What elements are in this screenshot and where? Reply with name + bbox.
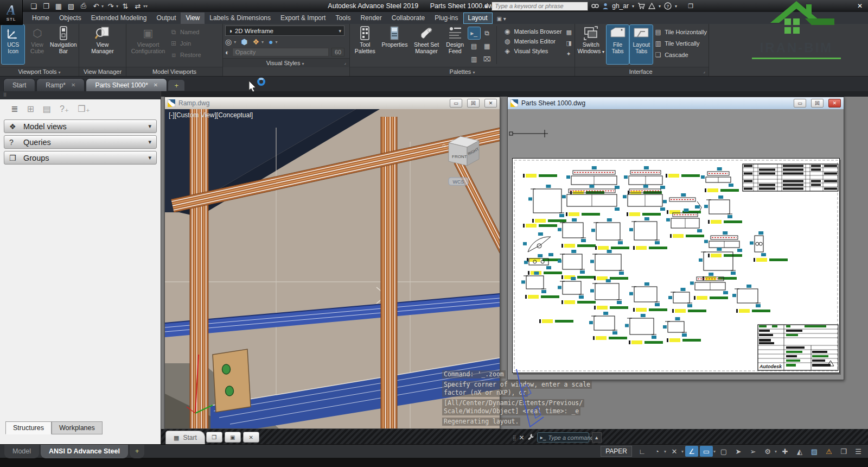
file-tab-ramp-[interactable]: Ramp*✕ xyxy=(36,78,85,91)
layer-translator-icon[interactable]: ▤ xyxy=(468,40,480,52)
object-snap-icon[interactable]: ✕ xyxy=(668,446,681,457)
design-feed-button[interactable]: Design Feed xyxy=(443,25,467,64)
annotation-scale-icon[interactable]: ➢ xyxy=(746,446,760,457)
redo-icon-dropdown[interactable]: ▾ xyxy=(116,4,118,9)
search-toggle-icon[interactable]: ▸ xyxy=(485,2,488,10)
restore-viewports-button[interactable]: ⧈Restore xyxy=(169,50,201,60)
ramp-layout-tab-start[interactable]: ▦ Start xyxy=(165,431,205,444)
parts-sheet-viewport[interactable]: Autodesk xyxy=(508,109,844,380)
ribbon-tab-labels-dimensions[interactable]: Labels & Dimensions xyxy=(205,12,276,24)
view-cube[interactable]: ⌂ FRONT RIGHT WCS xyxy=(439,135,488,190)
visual-style-select[interactable]: ◑ 2D Wireframe ▾ xyxy=(225,26,344,36)
file-tabs-button[interactable]: File Tabs xyxy=(607,25,629,64)
visual-styles-palette-button[interactable]: ◈ Visual Styles xyxy=(503,47,562,55)
add-query-icon[interactable]: ?₊ xyxy=(60,104,69,114)
new-file-icon[interactable]: ❏ xyxy=(28,1,39,11)
object-snap-icon-dropdown[interactable]: ▾ xyxy=(681,449,684,454)
dynamic-input-icon-dropdown[interactable]: ▾ xyxy=(713,449,716,454)
sidebar-section-queries[interactable]: ?Queries▾ xyxy=(4,135,157,149)
undo-icon[interactable]: ↶ xyxy=(91,1,101,11)
panel-label-viewport-tools[interactable]: Viewport Tools ▾ xyxy=(0,67,79,76)
tile-horizontally-button[interactable]: ▤Tile Horizontally xyxy=(654,27,707,37)
sidebar-section-model-views[interactable]: ❖Model views▾ xyxy=(4,119,157,133)
open-file-icon[interactable]: ❐ xyxy=(41,1,52,11)
markup-icon[interactable]: ▥ xyxy=(468,53,480,65)
help-icon[interactable]: ? xyxy=(664,2,672,10)
materials-browser-button[interactable]: ◉ Materials Browser xyxy=(503,28,562,35)
ramp-restore-button[interactable]: 回 xyxy=(467,99,480,108)
sticky-panel-icon[interactable]: ⧉ xyxy=(481,27,493,39)
ribbon-display-toggle[interactable]: ▣ ▾ xyxy=(497,16,506,24)
parts-sheet-paper[interactable]: Autodesk xyxy=(512,158,840,373)
quick-calc-icon[interactable]: ▦ xyxy=(481,40,493,52)
customization-icon[interactable]: ☰ xyxy=(852,446,865,457)
ribbon-tab-home[interactable]: Home xyxy=(27,12,54,24)
a360-icon[interactable] xyxy=(648,3,655,9)
qat-customize-dropdown[interactable]: ▾ xyxy=(145,4,148,9)
viewport-configuration-button[interactable]: ▣ Viewport Configuration xyxy=(128,25,168,64)
render-environment-icon[interactable]: ◨ xyxy=(566,40,572,47)
user-dropdown-icon[interactable]: ▾ xyxy=(632,4,634,9)
selection-cycling-icon[interactable]: ▢ xyxy=(717,446,730,457)
mdi-restore-button[interactable]: ❐ xyxy=(206,432,222,443)
add-group-icon[interactable]: ❒₊ xyxy=(78,104,90,114)
materials-editor-button[interactable]: ◍ Materials Editor xyxy=(503,37,562,45)
opacity-slider[interactable]: Opacity xyxy=(232,48,329,56)
view-manager-button[interactable]: View Manager xyxy=(85,25,120,64)
layer-states-icon[interactable]: ⇅ xyxy=(120,1,131,11)
panel-label-model-viewports[interactable]: Model Viewports xyxy=(126,67,222,76)
sphere-style-icon[interactable]: ● xyxy=(269,37,273,46)
transfer-icon[interactable]: ⇄ xyxy=(132,1,143,11)
join-viewports-button[interactable]: ⊞Join xyxy=(169,39,201,48)
parts-close-button[interactable]: ✕ xyxy=(828,99,841,108)
sidebar-tab-structures[interactable]: Structures xyxy=(5,421,52,434)
close-window-icon[interactable]: ✕ xyxy=(857,2,863,10)
layers-icon[interactable]: ▤ xyxy=(43,104,51,114)
section-collapse-icon[interactable]: ▾ xyxy=(148,154,151,161)
parts-window-titlebar[interactable]: Parts Sheet 1000.dwg ▭ 回 ✕ xyxy=(508,97,844,109)
performance-warning-icon[interactable]: ⚠ xyxy=(822,446,835,457)
cascade-button[interactable]: ❏Cascade xyxy=(654,50,707,60)
section-collapse-icon[interactable]: ▾ xyxy=(148,123,151,130)
sheet-set-manager-button[interactable]: Sheet Set Manager xyxy=(411,25,442,64)
plot-icon[interactable]: ⎙ xyxy=(78,1,89,11)
add-layout-button[interactable]: + xyxy=(130,445,144,458)
view-cube-button[interactable]: ⬡ View Cube xyxy=(25,25,48,64)
undo-icon-dropdown[interactable]: ▾ xyxy=(101,4,104,9)
mdi-close-button[interactable]: ✕ xyxy=(243,432,259,443)
panel-label-visual-styles[interactable]: Visual Styles ▾ ⌟ xyxy=(223,58,349,67)
shaded-cube-icon[interactable]: ⬢ xyxy=(241,37,247,46)
layout-tabs-button[interactable]: Layout Tabs xyxy=(630,25,653,64)
color-faces-icon[interactable]: ❖ xyxy=(252,37,259,46)
help-dropdown-icon[interactable]: ▾ xyxy=(675,4,677,9)
ramp-close-button[interactable]: ✕ xyxy=(484,99,497,108)
panel-label-interface[interactable]: Interface ⌟ xyxy=(575,67,709,76)
ribbon-tab-export-import[interactable]: Export & Import xyxy=(276,12,330,24)
tool-palettes-button[interactable]: Tool Palettes xyxy=(352,25,379,64)
polar-tracking-icon[interactable]: ◔ xyxy=(650,446,663,457)
paper-space-button[interactable]: PAPER xyxy=(601,446,632,457)
viewcube-home-icon[interactable]: ⌂ xyxy=(442,142,446,148)
file-tab-parts-sheet-1000-[interactable]: Parts Sheet 1000*✕ xyxy=(86,78,167,91)
search-icon[interactable] xyxy=(591,3,599,9)
ribbon-tab-render[interactable]: Render xyxy=(355,12,386,24)
parts-restore-button[interactable]: 回 xyxy=(811,99,824,108)
ribbon-tab-collaborate[interactable]: Collaborate xyxy=(387,12,430,24)
settings-gear-icon[interactable]: ⚙ xyxy=(761,446,774,457)
ribbon-tab-output[interactable]: Output xyxy=(151,12,181,24)
ucs-icon-button[interactable]: UCS Icon xyxy=(2,25,24,64)
sun-properties-icon[interactable]: ✦ xyxy=(566,51,572,58)
switch-windows-button[interactable]: Switch Windows ▾ xyxy=(577,25,605,64)
save-as-icon[interactable]: ▧ xyxy=(66,1,76,11)
add-view-icon[interactable]: ⊞ xyxy=(27,104,34,114)
user-icon[interactable] xyxy=(602,3,609,10)
clean-screen-icon[interactable]: ❒ xyxy=(837,446,850,457)
navigation-bar-button[interactable]: Navigation Bar xyxy=(50,25,77,64)
file-tab-close-icon[interactable]: ✕ xyxy=(154,82,158,88)
annotation-monitor-icon[interactable]: ➤ xyxy=(732,446,745,457)
polar-tracking-icon-dropdown[interactable]: ▾ xyxy=(664,449,666,454)
viewport-controls-label[interactable]: [-][Custom View][Conceptual] xyxy=(169,111,253,119)
application-menu-button[interactable]: A STL xyxy=(0,0,23,25)
mdi-minimize-button[interactable]: ▣ xyxy=(225,432,241,443)
sidebar-tab-workplanes[interactable]: Workplanes xyxy=(52,421,103,434)
